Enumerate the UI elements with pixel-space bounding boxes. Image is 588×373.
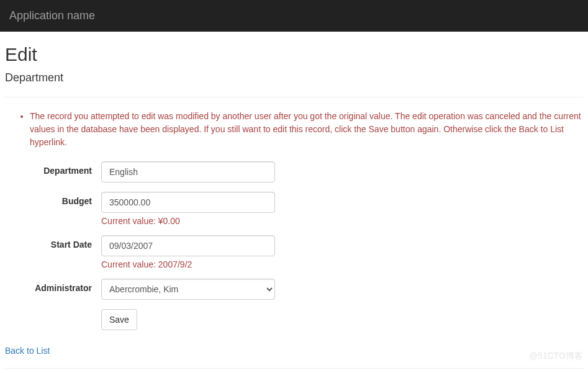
label-spacer — [5, 309, 101, 313]
form-group-administrator: Administrator Abercrombie, Kim — [5, 279, 583, 300]
validation-summary: The record you attempted to edit was mod… — [5, 110, 583, 149]
save-button[interactable]: Save — [101, 309, 137, 330]
page-subtitle: Department — [5, 71, 583, 84]
validation-message: The record you attempted to edit was mod… — [30, 110, 583, 149]
back-to-list-link[interactable]: Back to List — [5, 346, 50, 356]
label-administrator: Administrator — [5, 279, 101, 293]
input-startdate[interactable] — [101, 235, 275, 256]
brand-link[interactable]: Application name — [9, 9, 95, 22]
navbar: Application name — [0, 0, 588, 32]
form-group-department: Department — [5, 161, 583, 182]
form-group-budget: Budget Current value: ¥0.00 — [5, 192, 583, 226]
label-department: Department — [5, 161, 101, 176]
edit-form: Department Budget Current value: ¥0.00 S… — [5, 161, 583, 330]
label-startdate: Start Date — [5, 235, 101, 249]
watermark: @51CTO博客 — [529, 351, 583, 362]
error-budget: Current value: ¥0.00 — [101, 216, 275, 226]
divider-top — [5, 97, 583, 97]
select-administrator[interactable]: Abercrombie, Kim — [101, 279, 275, 300]
form-group-startdate: Start Date Current value: 2007/9/2 — [5, 235, 583, 269]
main-container: Edit Department The record you attempted… — [0, 32, 588, 373]
error-startdate: Current value: 2007/9/2 — [101, 259, 275, 269]
footer: © 2017 - My ASP.NET Application — [5, 368, 583, 373]
form-group-actions: Save — [5, 309, 583, 330]
label-budget: Budget — [5, 192, 101, 206]
page-title: Edit — [5, 44, 583, 65]
input-department[interactable] — [101, 161, 275, 182]
input-budget[interactable] — [101, 192, 275, 213]
